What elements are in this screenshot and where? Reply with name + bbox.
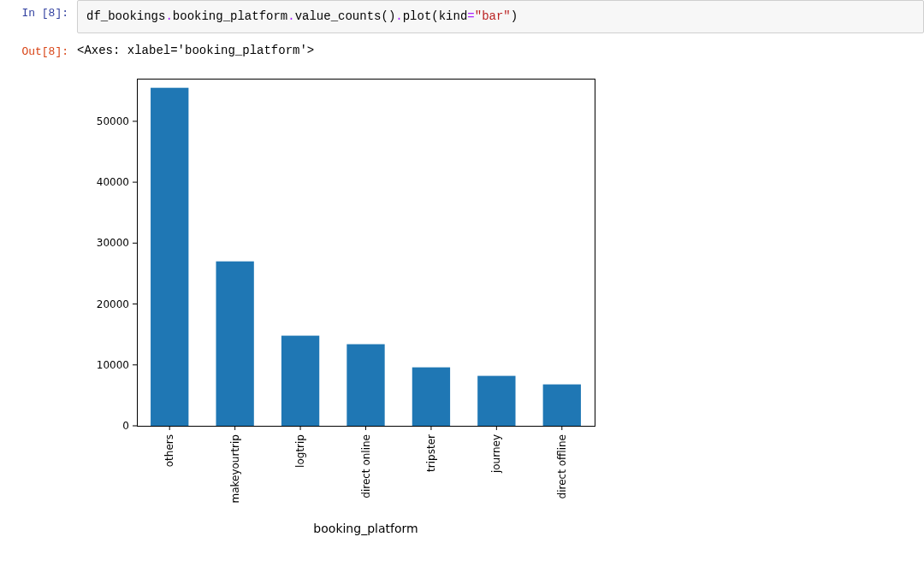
y-tick-label: 50000 [97, 115, 129, 127]
y-tick-label: 30000 [97, 237, 129, 249]
bar [216, 262, 253, 426]
out-prompt: Out[8]: [0, 38, 77, 58]
x-tick-label: tripster [425, 434, 437, 472]
code-token-attr: plot [403, 9, 432, 23]
y-tick-label: 10000 [97, 359, 129, 371]
bar [281, 336, 319, 426]
output-text: <Axes: xlabel='booking_platform'> [77, 38, 924, 57]
code-token-dot: . [287, 9, 294, 23]
code-token-attr: booking_platform [173, 9, 287, 23]
output-cell-chart: 01000020000300004000050000othersmakeyour… [0, 63, 924, 546]
x-axis: othersmakeyourtriplogtripdirect onlinetr… [163, 426, 568, 504]
bar [543, 385, 581, 426]
y-tick-label: 20000 [97, 298, 129, 310]
out-prompt-empty [0, 63, 77, 70]
code-cell: In [8]: df_bookings.booking_platform.val… [0, 0, 924, 33]
bar [151, 88, 188, 426]
output-cell-text: Out[8]: <Axes: xlabel='booking_platform'… [0, 38, 924, 58]
code-token-kwname: kind [439, 9, 468, 23]
code-token-dot: . [165, 9, 172, 23]
code-token-eq: = [467, 9, 474, 23]
code-token-dot: . [395, 9, 402, 23]
y-axis: 01000020000300004000050000 [97, 115, 137, 432]
bar [412, 368, 450, 426]
y-tick-label: 40000 [97, 176, 129, 188]
bar-chart: 01000020000300004000050000othersmakeyour… [77, 70, 625, 546]
x-tick-label: direct online [360, 434, 372, 498]
y-tick-label: 0 [122, 420, 129, 432]
bar [477, 376, 515, 426]
code-token-paren: ) [511, 9, 518, 23]
x-tick-label: makeyourtrip [229, 434, 241, 504]
x-tick-label: journey [490, 434, 502, 474]
in-prompt: In [8]: [0, 0, 77, 20]
x-tick-label: others [163, 434, 175, 467]
x-tick-label: logtrip [294, 434, 306, 468]
code-token-paren: ( [431, 9, 438, 23]
code-token-str: "bar" [475, 9, 511, 23]
code-token-var: df_bookings [86, 9, 165, 23]
bar [346, 345, 384, 426]
chart-container: 01000020000300004000050000othersmakeyour… [77, 63, 924, 546]
code-token-paren: () [381, 9, 395, 23]
x-tick-label: direct offline [556, 434, 568, 498]
code-token-attr: value_counts [295, 9, 382, 23]
x-axis-label: booking_platform [313, 522, 418, 535]
code-input[interactable]: df_bookings.booking_platform.value_count… [77, 0, 924, 33]
